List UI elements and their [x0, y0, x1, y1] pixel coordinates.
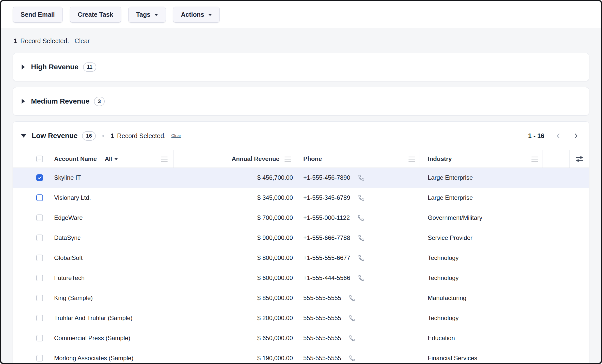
column-header-industry: Industry [428, 155, 452, 162]
phone-icon[interactable] [358, 194, 365, 201]
actions-button[interactable]: Actions [173, 7, 220, 23]
empty-cell [570, 328, 589, 348]
empty-cell [570, 208, 589, 228]
account-name-cell[interactable]: EdgeWare [43, 208, 173, 228]
phone-number: 555-555-5555 [303, 315, 341, 322]
tags-button[interactable]: Tags [128, 7, 166, 23]
empty-cell [543, 308, 570, 328]
send-email-button[interactable]: Send Email [13, 7, 63, 23]
column-settings-icon[interactable] [570, 150, 589, 168]
account-name-cell[interactable]: Visionary Ltd. [43, 188, 173, 208]
column-header-annual-revenue: Annual Revenue [232, 155, 279, 162]
group-medium-revenue[interactable]: Medium Revenue 3 [13, 87, 589, 115]
table-row[interactable]: EdgeWare $ 700,000.00 +1-555-000-1122 Go… [13, 208, 589, 228]
phone-icon[interactable] [358, 235, 365, 241]
group-title: High Revenue [31, 63, 78, 71]
phone-icon[interactable] [349, 315, 356, 322]
previous-page-icon[interactable] [555, 133, 562, 139]
column-header-phone: Phone [303, 155, 322, 162]
phone-icon[interactable] [357, 214, 364, 221]
table-row[interactable]: King (Sample) $ 850,000.00 555-555-5555 … [13, 288, 589, 308]
industry-cell: Technology [420, 268, 543, 288]
account-name-cell[interactable]: GlobalSoft [43, 248, 173, 268]
create-task-button[interactable]: Create Task [70, 7, 121, 23]
expand-arrow-icon[interactable] [22, 64, 25, 70]
table-row[interactable]: Truhlar And Truhlar (Sample) $ 200,000.0… [13, 308, 589, 328]
phone-icon[interactable] [349, 295, 356, 302]
phone-cell: 555-555-5555 [297, 348, 420, 363]
account-name-cell[interactable]: Skyline IT [43, 168, 173, 188]
annual-revenue-cell: $ 650,000.00 [173, 328, 297, 348]
account-filter-dropdown[interactable]: All [105, 156, 118, 162]
group-low-revenue: Low Revenue 16 1 Record Selected. Clear … [13, 121, 589, 363]
group-title: Low Revenue [32, 132, 77, 140]
industry-cell: Large Enterprise [420, 188, 543, 208]
chevron-down-icon [208, 14, 212, 16]
collapse-arrow-icon[interactable] [21, 134, 26, 138]
table-row[interactable]: FutureTech $ 600,000.00 +1-555-444-5566 … [13, 268, 589, 288]
group-selected-text: Record Selected. [117, 132, 166, 140]
content-area: 1 Record Selected. Clear High Revenue 11… [1, 28, 601, 363]
table-row[interactable]: Skyline IT $ 456,700.00 +1-555-456-7890 … [13, 168, 589, 188]
chevron-down-icon [115, 158, 118, 160]
phone-cell: +1-555-345-6789 [297, 188, 420, 208]
app-window: Send Email Create Task Tags Actions 1 Re… [0, 0, 602, 364]
group-clear-selection-link[interactable]: Clear [171, 134, 181, 138]
account-name-cell[interactable]: DataSync [43, 228, 173, 248]
phone-cell: 555-555-5555 [297, 288, 420, 308]
phone-icon[interactable] [358, 174, 365, 181]
pagination-range: 1 - 16 [528, 132, 544, 140]
phone-icon[interactable] [349, 335, 356, 342]
selection-bar: 1 Record Selected. Clear [13, 28, 589, 53]
empty-cell [543, 248, 570, 268]
row-checkbox[interactable] [36, 235, 43, 241]
row-checkbox[interactable] [36, 335, 43, 341]
empty-cell [543, 188, 570, 208]
empty-cell [570, 248, 589, 268]
send-email-label: Send Email [21, 11, 55, 18]
phone-number: +1-555-345-6789 [303, 194, 350, 201]
table-row[interactable]: Morlong Associates (Sample) $ 190,000.00… [13, 348, 589, 363]
account-name-cell[interactable]: Commercial Press (Sample) [43, 328, 173, 348]
table-row[interactable]: Visionary Ltd. $ 345,000.00 +1-555-345-6… [13, 188, 589, 208]
phone-cell: +1-555-555-6677 [297, 248, 420, 268]
pagination: 1 - 16 [528, 132, 579, 140]
column-menu-icon[interactable] [408, 159, 415, 159]
selected-text: Record Selected. [20, 37, 69, 45]
row-checkbox[interactable] [36, 255, 43, 261]
row-checkbox[interactable] [36, 295, 43, 301]
account-name-cell[interactable]: King (Sample) [43, 288, 173, 308]
row-checkbox[interactable] [36, 214, 43, 221]
industry-cell: Technology [420, 308, 543, 328]
row-checkbox[interactable] [36, 275, 43, 281]
phone-icon[interactable] [358, 275, 365, 282]
account-name-cell[interactable]: FutureTech [43, 268, 173, 288]
phone-icon[interactable] [358, 255, 365, 261]
empty-cell [543, 348, 570, 363]
phone-cell: +1-555-000-1122 [297, 208, 420, 228]
row-checkbox[interactable] [36, 315, 43, 321]
row-checkbox[interactable] [36, 194, 43, 201]
industry-cell: Manufacturing [420, 288, 543, 308]
phone-cell: +1-555-444-5566 [297, 268, 420, 288]
select-all-checkbox[interactable] [36, 156, 43, 162]
annual-revenue-cell: $ 850,000.00 [173, 288, 297, 308]
table-row[interactable]: GlobalSoft $ 800,000.00 +1-555-555-6677 … [13, 248, 589, 268]
clear-selection-link[interactable]: Clear [75, 37, 90, 45]
column-menu-icon[interactable] [284, 159, 291, 159]
expand-arrow-icon[interactable] [22, 99, 25, 104]
row-checkbox[interactable] [36, 174, 43, 181]
annual-revenue-cell: $ 345,000.00 [173, 188, 297, 208]
table-row[interactable]: Commercial Press (Sample) $ 650,000.00 5… [13, 328, 589, 348]
phone-number: +1-555-444-5566 [303, 274, 350, 282]
empty-cell [570, 188, 589, 208]
next-page-icon[interactable] [573, 133, 579, 139]
row-checkbox[interactable] [36, 355, 43, 361]
group-high-revenue[interactable]: High Revenue 11 [13, 53, 589, 81]
account-name-cell[interactable]: Truhlar And Truhlar (Sample) [43, 308, 173, 328]
account-name-cell[interactable]: Morlong Associates (Sample) [43, 348, 173, 363]
column-menu-icon[interactable] [161, 159, 168, 159]
column-menu-icon[interactable] [531, 159, 538, 159]
phone-icon[interactable] [349, 355, 356, 362]
table-row[interactable]: DataSync $ 900,000.00 +1-555-666-7788 Se… [13, 228, 589, 248]
